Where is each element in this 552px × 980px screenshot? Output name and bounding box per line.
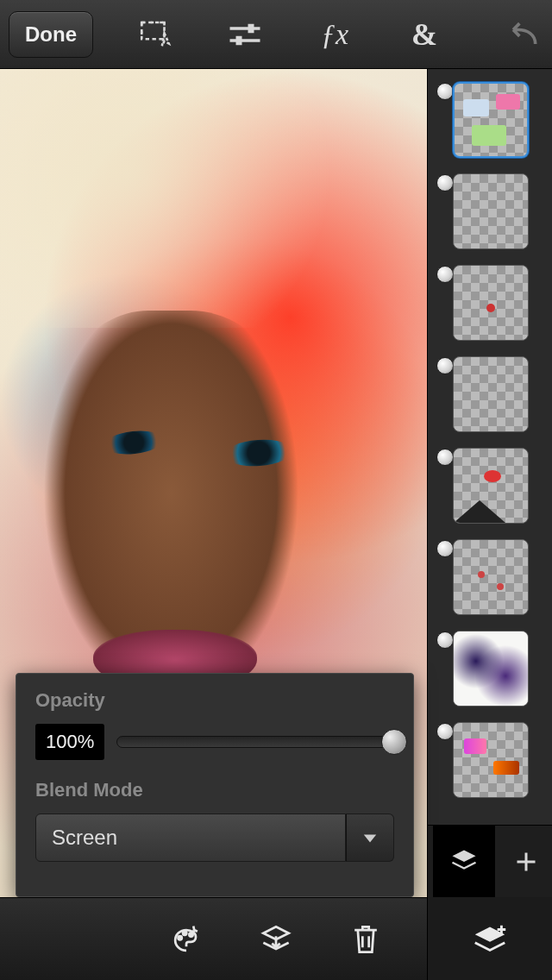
layer-thumbnail — [453, 265, 529, 341]
selection-tool-icon[interactable] — [135, 14, 176, 55]
svg-point-5 — [179, 936, 182, 939]
svg-rect-3 — [248, 23, 254, 33]
layer-item[interactable] — [428, 74, 552, 166]
layer-visibility-toggle[interactable] — [436, 631, 454, 649]
slider-thumb[interactable] — [381, 729, 407, 755]
done-button[interactable]: Done — [9, 11, 93, 58]
opacity-label: Opacity — [35, 689, 394, 712]
layer-thumbnail — [453, 448, 529, 524]
blend-mode-dropdown-icon[interactable] — [346, 814, 394, 862]
layer-visibility-toggle[interactable] — [436, 723, 454, 740]
layer-visibility-toggle[interactable] — [436, 357, 454, 374]
svg-point-6 — [183, 931, 186, 934]
layer-thumbnail — [453, 539, 529, 615]
sidebar-actions — [428, 825, 552, 897]
opacity-value: 100% — [35, 724, 104, 760]
layer-item[interactable] — [428, 257, 552, 349]
svg-rect-0 — [141, 22, 164, 39]
svg-rect-1 — [230, 27, 260, 30]
blend-mode-select[interactable]: Screen — [35, 814, 346, 862]
svg-rect-4 — [236, 35, 242, 45]
layer-item[interactable] — [428, 623, 552, 714]
ampersand-tool-icon[interactable]: & — [404, 14, 445, 55]
layer-item[interactable] — [428, 349, 552, 440]
top-toolbar: Done ƒx & — [0, 0, 552, 69]
layer-thumbnail — [453, 722, 529, 798]
layer-item[interactable] — [428, 440, 552, 531]
layer-visibility-toggle[interactable] — [436, 174, 454, 192]
layer-thumbnail — [453, 82, 529, 158]
layer-item[interactable] — [428, 714, 552, 806]
undo-icon[interactable] — [502, 14, 543, 55]
layers-list[interactable] — [428, 69, 552, 825]
layer-thumbnail — [453, 631, 529, 707]
layer-thumbnail — [453, 356, 529, 432]
layers-panel-icon[interactable] — [433, 826, 495, 898]
layer-options-panel: Opacity 100% Blend Mode Screen — [16, 673, 414, 897]
add-layer-icon[interactable] — [505, 841, 547, 883]
layer-visibility-toggle[interactable] — [436, 540, 454, 557]
layer-thumbnail — [453, 173, 529, 249]
layers-sidebar — [427, 69, 552, 897]
canvas-artwork — [0, 69, 427, 328]
new-layer-button[interactable] — [427, 897, 552, 980]
layer-visibility-toggle[interactable] — [436, 449, 454, 466]
opacity-slider[interactable] — [116, 733, 394, 751]
blend-mode-label: Blend Mode — [35, 779, 394, 801]
layer-visibility-toggle[interactable] — [436, 266, 454, 283]
layer-visibility-toggle[interactable] — [436, 83, 454, 100]
bottom-toolbar — [0, 897, 552, 980]
trash-icon[interactable] — [342, 915, 390, 964]
layer-item[interactable] — [428, 166, 552, 257]
merge-down-icon[interactable] — [252, 915, 300, 964]
fx-tool-icon[interactable]: ƒx — [314, 14, 355, 55]
adjustments-tool-icon[interactable] — [224, 14, 266, 55]
tool-icons-group: ƒx & — [135, 14, 445, 55]
layer-item[interactable] — [428, 531, 552, 623]
palette-share-icon[interactable] — [162, 915, 210, 964]
slider-track — [116, 736, 394, 748]
svg-rect-2 — [230, 39, 260, 42]
